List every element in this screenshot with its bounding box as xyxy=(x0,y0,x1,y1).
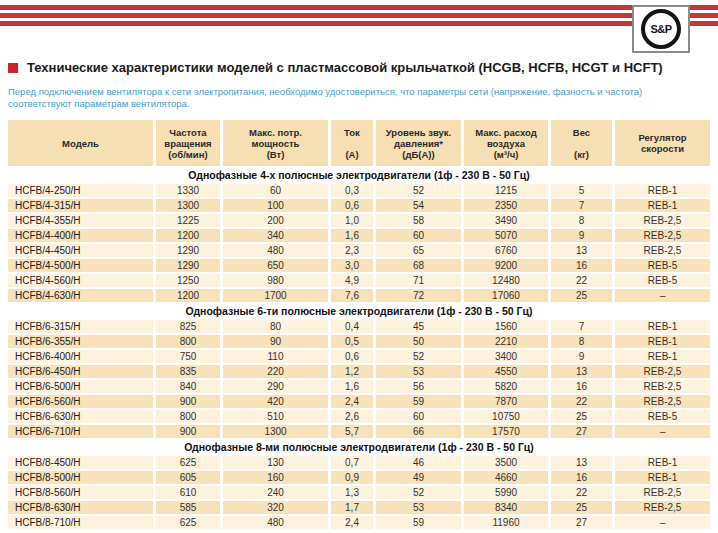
model-cell: HCFB/6-315/H xyxy=(8,320,156,333)
value-cell: 1290 xyxy=(156,259,223,272)
table-row: HCFB/4-355/H12252001,05834908REB-2,5 xyxy=(8,214,710,227)
column-header-current: Ток (А) xyxy=(331,120,376,166)
value-cell: 54 xyxy=(376,199,464,212)
value-cell: 53 xyxy=(376,365,464,378)
value-cell: REB-2,5 xyxy=(615,486,710,499)
value-cell: REB-5 xyxy=(615,274,710,287)
value-cell: 25 xyxy=(551,289,615,302)
value-cell: 13 xyxy=(551,365,615,378)
value-cell: 71 xyxy=(376,274,464,287)
value-cell: 800 xyxy=(156,410,223,423)
value-cell: 3490 xyxy=(464,214,551,227)
value-cell: 605 xyxy=(156,471,223,484)
value-cell: 52 xyxy=(376,486,464,499)
table-row: HCFB/6-355/H800900,55022108REB-1 xyxy=(8,335,710,348)
value-cell: 4550 xyxy=(464,365,551,378)
table-row: HCFB/6-500/H8402901,656582016REB-2,5 xyxy=(8,380,710,393)
model-cell: HCFB/4-355/H xyxy=(8,214,156,227)
value-cell: 1,2 xyxy=(331,365,376,378)
table-row: HCFB/4-560/H12509804,9711248022REB-5 xyxy=(8,274,710,287)
value-cell: 2,6 xyxy=(331,410,376,423)
value-cell: 290 xyxy=(223,380,331,393)
value-cell: 68 xyxy=(376,259,464,272)
value-cell: 59 xyxy=(376,516,464,529)
value-cell: 1200 xyxy=(156,289,223,302)
table-row: HCFB/4-250/H1330600,35212155REB-1 xyxy=(8,184,710,197)
value-cell: 1,0 xyxy=(331,214,376,227)
table-body: Однофазные 4-х полюсные электродвигатели… xyxy=(8,168,710,529)
model-cell: HCFB/4-315/H xyxy=(8,199,156,212)
model-cell: HCFB/8-500/H xyxy=(8,471,156,484)
value-cell: REB-2,5 xyxy=(615,395,710,408)
value-cell: 1,3 xyxy=(331,486,376,499)
value-cell: – xyxy=(615,289,710,302)
value-cell: 60 xyxy=(376,229,464,242)
value-cell: 17570 xyxy=(464,425,551,438)
value-cell: 9 xyxy=(551,229,615,242)
value-cell: 100 xyxy=(223,199,331,212)
model-cell: HCFB/4-400/H xyxy=(8,229,156,242)
value-cell: 7 xyxy=(551,320,615,333)
table-row: HCFB/8-630/H5853201,753834025REB-2,5 xyxy=(8,501,710,514)
table-row: HCFB/6-630/H8005102,6601075025REB-5 xyxy=(8,410,710,423)
value-cell: 240 xyxy=(223,486,331,499)
value-cell: 5070 xyxy=(464,229,551,242)
table-row: HCFB/4-450/H12904802,365676013REB-2,5 xyxy=(8,244,710,257)
value-cell: 1250 xyxy=(156,274,223,287)
model-cell: HCFB/4-560/H xyxy=(8,274,156,287)
value-cell: 340 xyxy=(223,229,331,242)
table-row: HCFB/8-450/H6251300,746350013REB-1 xyxy=(8,456,710,469)
value-cell: 66 xyxy=(376,425,464,438)
value-cell: 1,6 xyxy=(331,229,376,242)
value-cell: 0,5 xyxy=(331,335,376,348)
column-header-model: Модель xyxy=(8,120,156,166)
value-cell: 610 xyxy=(156,486,223,499)
value-cell: REB-5 xyxy=(615,259,710,272)
value-cell: 1700 xyxy=(223,289,331,302)
value-cell: REB-2,5 xyxy=(615,501,710,514)
value-cell: 2,4 xyxy=(331,395,376,408)
value-cell: 8 xyxy=(551,335,615,348)
value-cell: 1225 xyxy=(156,214,223,227)
value-cell: 750 xyxy=(156,350,223,363)
value-cell: 16 xyxy=(551,380,615,393)
value-cell: 320 xyxy=(223,501,331,514)
brand-logo: S&P xyxy=(632,5,690,53)
value-cell: 840 xyxy=(156,380,223,393)
value-cell: 1,6 xyxy=(331,380,376,393)
value-cell: 110 xyxy=(223,350,331,363)
value-cell: 1,7 xyxy=(331,501,376,514)
value-cell: 200 xyxy=(223,214,331,227)
value-cell: 16 xyxy=(551,471,615,484)
value-cell: 5 xyxy=(551,184,615,197)
value-cell: 0,3 xyxy=(331,184,376,197)
value-cell: REB-2,5 xyxy=(615,244,710,257)
logo-circle-icon: S&P xyxy=(641,9,681,49)
value-cell: 60 xyxy=(376,410,464,423)
table-row: HCFB/4-315/H13001000,65423507REB-1 xyxy=(8,199,710,212)
value-cell: 52 xyxy=(376,184,464,197)
model-cell: HCFB/6-710/H xyxy=(8,425,156,438)
model-cell: HCFB/8-560/H xyxy=(8,486,156,499)
value-cell: 5,7 xyxy=(331,425,376,438)
red-stripe xyxy=(0,13,718,18)
value-cell: 0,7 xyxy=(331,456,376,469)
value-cell: 25 xyxy=(551,410,615,423)
value-cell: 130 xyxy=(223,456,331,469)
value-cell: REB-1 xyxy=(615,350,710,363)
value-cell: 22 xyxy=(551,395,615,408)
column-header-power: Макс. потр. мощность (Вт) xyxy=(223,120,331,166)
model-cell: HCFB/4-250/H xyxy=(8,184,156,197)
value-cell: 13 xyxy=(551,456,615,469)
model-cell: HCFB/8-450/H xyxy=(8,456,156,469)
value-cell: 49 xyxy=(376,471,464,484)
model-cell: HCFB/4-450/H xyxy=(8,244,156,257)
value-cell: 2210 xyxy=(464,335,551,348)
value-cell: 22 xyxy=(551,274,615,287)
table-row: HCFB/6-450/H8352201,253455013REB-2,5 xyxy=(8,365,710,378)
page-title: Технические характеристики моделей с пла… xyxy=(27,60,663,75)
value-cell: 835 xyxy=(156,365,223,378)
value-cell: 420 xyxy=(223,395,331,408)
table-row: HCFB/6-560/H9004202,459787022REB-2,5 xyxy=(8,395,710,408)
table-row: HCFB/8-710/H6254802,4591196027– xyxy=(8,516,710,529)
